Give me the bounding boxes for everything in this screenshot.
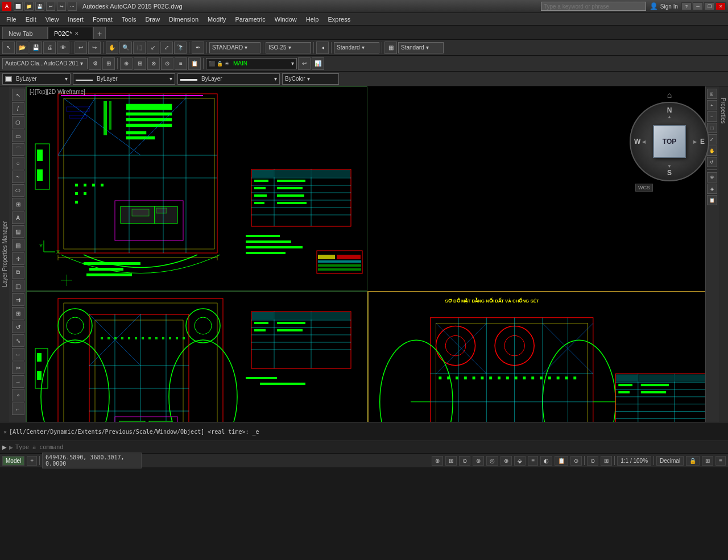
tb-open[interactable]: 📂 [16,42,28,54]
workspace-settings[interactable]: ⚙ [89,57,101,70]
linetype-arrow[interactable]: ▾ [169,76,172,82]
lt-spline[interactable]: ~ [12,171,24,183]
polar-mode[interactable]: ⊗ [473,456,484,466]
scale-display[interactable]: 1:1 / 100% [617,456,651,466]
tab-add-btn[interactable]: + [93,27,106,39]
tb-zoom-prev[interactable]: ↙ [147,42,159,54]
color-arrow[interactable]: ▾ [65,76,68,82]
lt-copy[interactable]: ⧉ [12,266,24,279]
lt-mirror[interactable]: ◫ [12,280,24,292]
mleader-style-dropdown[interactable]: Standard ▾ [398,42,444,53]
tb-preview[interactable]: 👁 [57,42,69,54]
snap-mode[interactable]: ⊕ [432,456,443,466]
tab-new[interactable]: New Tab [2,27,48,39]
canvas-area[interactable]: [-][Top][2D Wireframe] [26,86,718,422]
lineweight-arrow[interactable]: ▾ [274,76,277,82]
restore-btn[interactable]: ❐ [704,2,714,10]
dim-style-dropdown[interactable]: ISO-25 ▾ [266,42,311,53]
clean-screen[interactable]: ⊞ [702,456,713,466]
workspace-dropdown[interactable]: AutoCAD Cla...AutoCAD 201 ▾ [2,58,88,69]
tab-p02c[interactable]: P02C* ✕ [48,27,93,39]
minimize-btn[interactable]: ─ [693,2,703,10]
menu-view[interactable]: View [42,13,63,25]
lt-line[interactable]: / [12,102,24,115]
lt-offset[interactable]: ⇉ [12,293,24,306]
anno-scale[interactable]: ⊞ [601,456,612,466]
cube-top-face[interactable]: TOP [653,125,686,158]
tb-dim-1[interactable]: ◂ [316,42,329,54]
wcs-label[interactable]: WCS [635,184,653,192]
dyn-mode[interactable]: ⬙ [514,456,526,466]
table-style-dropdown[interactable]: Standard ▾ [334,42,379,53]
lt-trim[interactable]: ✂ [12,362,24,374]
model-tab[interactable]: Model [2,456,24,466]
coordinates[interactable]: 649426.5890, 3680.3017, 0.0000 [42,453,142,468]
tb-undo[interactable]: ↩ [75,42,87,54]
tb-grid[interactable]: ⊞ [134,57,146,70]
layer-properties-manager[interactable]: Layer Properties Manager [0,86,10,422]
lt-poly[interactable]: ⬡ [12,116,24,128]
dim-style-arrow[interactable]: ▾ [288,44,291,51]
tb-table[interactable]: ▦ [384,42,397,54]
qprop-mode[interactable]: 📋 [555,456,568,466]
sel-cycling[interactable]: ⊙ [570,456,582,466]
layout-tab[interactable]: + [27,456,37,466]
mleader-style-arrow[interactable]: ▾ [426,44,429,51]
color-dropdown[interactable]: ByLayer ▾ [2,73,71,85]
lt-fillet[interactable]: ⌐ [12,403,24,415]
tb-zoom[interactable]: 🔍 [119,42,132,54]
customize-status[interactable]: ≡ [715,456,726,466]
lt-extend[interactable]: → [12,375,24,388]
layer-dropdown[interactable]: ⬛ 🔒 ☀ MAIN ▾ [206,58,297,69]
close-icon[interactable]: ✕ [3,429,7,435]
menu-format[interactable]: Format [89,13,117,25]
tb-linewt[interactable]: ≡ [175,57,187,70]
table-style-arrow[interactable]: ▾ [362,44,365,51]
tb-save[interactable]: 💾 [30,42,42,54]
tb-icon-6[interactable]: ⋯ [68,2,77,11]
menu-modify[interactable]: Modify [204,13,230,25]
menu-dimension[interactable]: Dimension [165,13,202,25]
lt-arc[interactable]: ⌒ [12,143,24,156]
help-btn[interactable]: ? [681,2,692,10]
properties-panel[interactable]: Properties [718,86,728,422]
plotstyle-dropdown[interactable]: ByColor ▾ [282,73,339,85]
viewport-bottom-left[interactable]: Y X [26,291,367,422]
search-input[interactable] [541,2,646,11]
tb-icon-5[interactable]: ↪ [57,2,66,11]
sign-in-btn[interactable]: Sign In [660,3,678,10]
tb-qprop[interactable]: 📋 [188,57,201,70]
tb-icon-2[interactable]: 📁 [24,2,34,11]
menu-window[interactable]: Window [271,13,301,25]
tb-icon-1[interactable]: ⬜ [14,2,23,11]
menu-help[interactable]: Help [302,13,323,25]
units-display[interactable]: Decimal [656,456,684,466]
tb-redo[interactable]: ↪ [88,42,101,54]
ortho-mode[interactable]: ⊙ [459,456,470,466]
viewport-right[interactable]: SƠ ĐỒ MẶT BẰNG NỐI ĐẤT VÀ CHỐNG SÉT [367,291,718,422]
tb-polar[interactable]: ⊗ [147,57,160,70]
lt-insert[interactable]: ⊞ [12,198,24,210]
home-icon[interactable]: ⌂ [667,90,672,99]
layer-arrow[interactable]: ▾ [291,60,294,67]
tb-pan[interactable]: ✋ [106,42,118,54]
properties-btn[interactable]: 📋 [707,195,717,205]
lt-rotate[interactable]: ↺ [12,321,24,333]
lt-circle[interactable]: ○ [12,157,24,169]
otrack-mode[interactable]: ⊕ [500,456,512,466]
workspace-arrow[interactable]: ▾ [80,60,83,67]
tab-close-icon[interactable]: ✕ [75,31,79,36]
close-btn[interactable]: ✕ [715,2,726,10]
menu-draw[interactable]: Draw [141,13,164,25]
lt-hatch[interactable]: ▨ [12,225,24,238]
menu-express[interactable]: Express [324,13,354,25]
menu-file[interactable]: File [2,13,20,25]
grid-mode[interactable]: ⊞ [445,456,457,466]
layer-status[interactable]: 📊 [312,57,324,70]
lt-rect[interactable]: ▭ [12,130,24,142]
menu-edit[interactable]: Edit [22,13,40,25]
tb-zoom-all[interactable]: 🔭 [174,42,187,54]
lt-stretch[interactable]: ↔ [12,348,24,360]
lt-move[interactable]: ✛ [12,252,24,265]
transp-mode[interactable]: ◐ [540,456,552,466]
